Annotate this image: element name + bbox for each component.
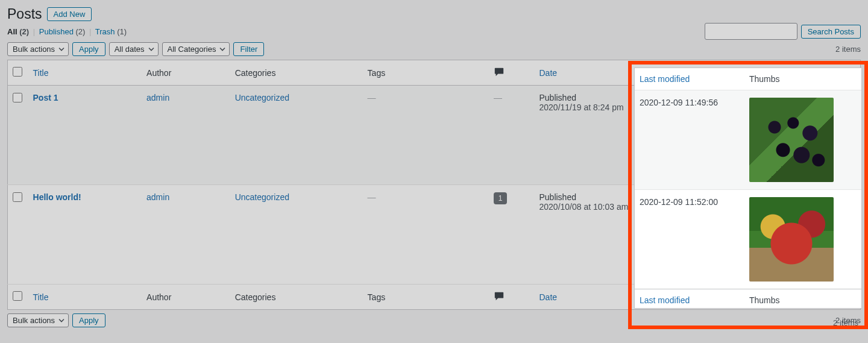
- col-categories: Categories: [230, 60, 363, 86]
- col-thumbs-foot: Thumbs: [744, 289, 861, 309]
- col-last-modified-foot[interactable]: Last modified: [635, 289, 744, 309]
- date-text: 2020/11/19 at 8:24 pm: [539, 102, 643, 112]
- col-comments-foot: [489, 285, 534, 310]
- tags-cell: —: [368, 93, 376, 102]
- tags-cell: —: [368, 192, 376, 202]
- search-posts-button[interactable]: Search Posts: [801, 25, 861, 39]
- thumbnail-image: [749, 98, 834, 182]
- comment-icon: [494, 294, 505, 303]
- items-count-bottom-bright: 2 items: [833, 318, 858, 327]
- col-author: Author: [142, 60, 230, 86]
- chevron-down-icon: [148, 45, 154, 54]
- col-categories-foot: Categories: [230, 285, 363, 310]
- post-title-link[interactable]: Hello world!: [33, 192, 81, 202]
- col-tags-foot: Tags: [363, 285, 489, 310]
- select-all-top[interactable]: [13, 67, 22, 77]
- chevron-down-icon: [58, 316, 64, 325]
- apply-button-top[interactable]: Apply: [72, 42, 105, 56]
- thumbnail-image: [749, 197, 834, 282]
- dates-select[interactable]: All dates: [109, 42, 159, 56]
- modified-text: 2020-12-09 11:49:56: [640, 98, 718, 107]
- author-link[interactable]: admin: [146, 192, 169, 202]
- chevron-down-icon: [219, 45, 225, 54]
- apply-button-bottom[interactable]: Apply: [72, 313, 105, 327]
- category-link[interactable]: Uncategorized: [235, 192, 289, 202]
- items-count-top: 2 items: [835, 45, 861, 54]
- author-link[interactable]: admin: [146, 93, 169, 102]
- filter-published[interactable]: Published (2): [39, 27, 86, 36]
- table-row: 2020-12-09 11:49:56: [635, 90, 861, 190]
- category-link[interactable]: Uncategorized: [235, 93, 289, 102]
- col-date-foot[interactable]: Date: [534, 285, 648, 310]
- select-all-bottom[interactable]: [13, 291, 22, 301]
- col-thumbs: Thumbs: [744, 68, 861, 90]
- filter-all[interactable]: All (2): [7, 27, 29, 36]
- chevron-down-icon: [58, 45, 64, 54]
- bulk-actions-select-bottom[interactable]: Bulk actions: [7, 313, 69, 327]
- comments-cell: —: [494, 93, 502, 102]
- comment-icon: [494, 69, 505, 79]
- table-row: 2020-12-09 11:52:00: [635, 190, 861, 289]
- page-title: Posts: [7, 6, 42, 22]
- search-input[interactable]: [705, 23, 797, 40]
- bulk-actions-select[interactable]: Bulk actions: [7, 42, 69, 56]
- status-text: Published: [539, 192, 643, 202]
- modified-text: 2020-12-09 11:52:00: [640, 197, 718, 207]
- row-checkbox[interactable]: [13, 93, 22, 102]
- highlighted-columns-panel: Last modified Thumbs 2020-12-09 11:49:56…: [634, 68, 862, 309]
- post-title-link[interactable]: Post 1: [33, 93, 58, 102]
- col-tags: Tags: [363, 60, 489, 86]
- row-checkbox[interactable]: [13, 192, 22, 202]
- col-author-foot: Author: [142, 285, 230, 310]
- col-last-modified[interactable]: Last modified: [635, 68, 744, 90]
- col-date[interactable]: Date: [534, 60, 648, 86]
- col-comments: [489, 60, 534, 86]
- filter-button[interactable]: Filter: [233, 42, 264, 56]
- col-title[interactable]: Title: [28, 60, 142, 86]
- date-text: 2020/10/08 at 10:03 am: [539, 202, 643, 212]
- col-title-foot[interactable]: Title: [28, 285, 142, 310]
- comments-count-bubble[interactable]: 1: [494, 192, 507, 204]
- categories-select[interactable]: All Categories: [162, 42, 230, 56]
- filter-trash[interactable]: Trash (1): [95, 27, 127, 36]
- status-text: Published: [539, 93, 643, 102]
- add-new-button[interactable]: Add New: [47, 7, 92, 21]
